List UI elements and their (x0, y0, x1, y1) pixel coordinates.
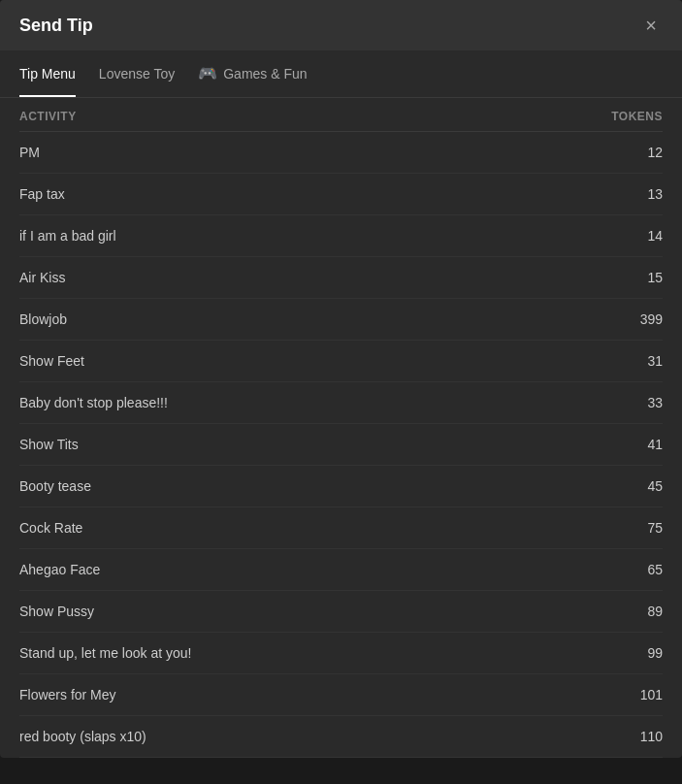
tokens-value: 15 (647, 270, 663, 285)
table-row[interactable]: Ahegao Face65 (19, 549, 663, 591)
tokens-value: 45 (647, 478, 663, 494)
tokens-value: 65 (647, 562, 663, 577)
activity-name: if I am a bad girl (19, 228, 116, 244)
activity-name: Stand up, let me look at you! (19, 645, 191, 661)
column-activity: ACTIVITY (19, 110, 77, 123)
send-tip-dialog: Send Tip × Tip Menu Lovense Toy 🎮 Games … (0, 0, 682, 758)
table-row[interactable]: Cock Rate75 (19, 507, 663, 549)
tokens-value: 110 (640, 729, 663, 744)
activity-name: Show Tits (19, 437, 79, 452)
table-row[interactable]: Show Feet31 (19, 341, 663, 382)
table-row[interactable]: PM12 (19, 132, 663, 174)
table-row[interactable]: if I am a bad girl14 (19, 215, 663, 257)
table-row[interactable]: Flowers for Mey101 (19, 674, 663, 716)
activity-name: red booty (slaps x10) (19, 729, 146, 744)
activity-name: Blowjob (19, 311, 67, 327)
tokens-value: 13 (647, 186, 663, 202)
dialog-header: Send Tip × (0, 0, 682, 50)
table-row[interactable]: Show Pussy89 (19, 591, 663, 633)
tip-rows-container: PM12Fap tax13if I am a bad girl14Air Kis… (19, 132, 663, 758)
table-row[interactable]: Air Kiss15 (19, 257, 663, 299)
activity-name: Air Kiss (19, 270, 65, 285)
close-button[interactable]: × (639, 14, 663, 37)
table-row[interactable]: Fap tax13 (19, 174, 663, 215)
tab-lovense-toy[interactable]: Lovense Toy (99, 52, 175, 97)
tokens-value: 33 (647, 395, 663, 410)
activity-name: Flowers for Mey (19, 687, 116, 702)
tokens-value: 41 (647, 437, 663, 452)
tab-bar: Tip Menu Lovense Toy 🎮 Games & Fun (0, 50, 682, 98)
tokens-value: 31 (647, 353, 663, 369)
activity-name: Cock Rate (19, 520, 82, 536)
table-row[interactable]: red booty (slaps x10)110 (19, 716, 663, 758)
activity-name: Fap tax (19, 186, 65, 202)
activity-name: Ahegao Face (19, 562, 100, 577)
tab-games-fun[interactable]: 🎮 Games & Fun (198, 50, 307, 98)
table-row[interactable]: Baby don't stop please!!!33 (19, 382, 663, 424)
tokens-value: 12 (647, 145, 663, 160)
activity-name: PM (19, 145, 40, 160)
table-row[interactable]: Blowjob399 (19, 299, 663, 341)
tab-games-fun-label: Games & Fun (223, 66, 307, 82)
tokens-value: 101 (640, 687, 663, 702)
tokens-value: 99 (647, 645, 663, 661)
dialog-title: Send Tip (19, 16, 93, 36)
table-header: ACTIVITY TOKENS (19, 98, 663, 132)
table-row[interactable]: Stand up, let me look at you!99 (19, 633, 663, 674)
activity-name: Baby don't stop please!!! (19, 395, 168, 410)
tab-tip-menu[interactable]: Tip Menu (19, 52, 76, 97)
activity-name: Booty tease (19, 478, 91, 494)
tokens-value: 399 (640, 311, 663, 327)
tokens-value: 75 (647, 520, 663, 536)
gamepad-icon: 🎮 (198, 64, 217, 82)
activity-name: Show Pussy (19, 604, 94, 619)
table-row[interactable]: Show Tits41 (19, 424, 663, 466)
tab-tip-menu-label: Tip Menu (19, 66, 76, 82)
column-tokens: TOKENS (611, 110, 663, 123)
tab-lovense-toy-label: Lovense Toy (99, 66, 175, 82)
tokens-value: 89 (647, 604, 663, 619)
tip-menu-content: ACTIVITY TOKENS PM12Fap tax13if I am a b… (0, 98, 682, 758)
tokens-value: 14 (647, 228, 663, 244)
table-row[interactable]: Booty tease45 (19, 466, 663, 507)
activity-name: Show Feet (19, 353, 84, 369)
